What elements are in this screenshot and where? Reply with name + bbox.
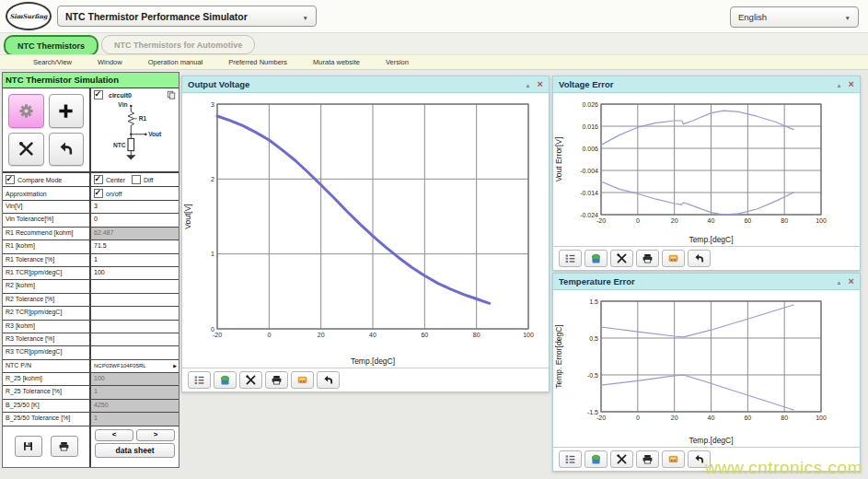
copy-icon[interactable]	[167, 90, 176, 99]
palette-button[interactable]	[662, 250, 685, 267]
param-label: Vin[V]	[3, 201, 91, 213]
param-value[interactable]: 3	[91, 201, 179, 213]
tools-button[interactable]	[610, 250, 633, 267]
palette-button[interactable]	[662, 450, 685, 468]
add-circuit-button[interactable]	[49, 94, 85, 128]
svg-text:Vout Error[V]: Vout Error[V]	[554, 137, 563, 182]
prev-button[interactable]: <	[95, 429, 133, 441]
svg-text:Temp.[degC]: Temp.[degC]	[689, 436, 733, 445]
legend-button[interactable]	[188, 371, 211, 389]
menu-item-murata-website[interactable]: Murata website	[300, 58, 373, 66]
circuit0-checkbox[interactable]	[94, 90, 103, 99]
param-label: R1 Recommend [kohm]	[3, 228, 91, 240]
param-value[interactable]	[91, 333, 179, 345]
param-value[interactable]: 100	[91, 267, 179, 279]
app-root: SimSurfing NTC Thermistor Performance Si…	[0, 0, 868, 479]
menu-item-window[interactable]: Window	[85, 58, 135, 66]
export-button[interactable]	[214, 371, 237, 389]
collapse-icon[interactable]	[836, 276, 841, 286]
menu-item-preferred-numbers[interactable]: Preferred Numbers	[215, 58, 300, 66]
tools-icon	[245, 374, 257, 386]
compare-mode-checkbox[interactable]	[6, 175, 15, 184]
expand-arrow-icon[interactable]: ▶	[173, 363, 177, 368]
param-value[interactable]	[91, 321, 179, 333]
palette-icon	[667, 252, 679, 264]
param-label: R1 [kohm]	[3, 240, 91, 252]
voltage-error-window: Voltage Error -200204060801000.0260.0160…	[552, 76, 861, 271]
language-select[interactable]: English	[730, 6, 859, 28]
next-button[interactable]: >	[136, 429, 175, 441]
collapse-icon[interactable]	[836, 79, 841, 89]
print-button[interactable]	[636, 250, 659, 267]
simulation-buttons	[3, 88, 91, 171]
svg-text:0: 0	[211, 326, 214, 333]
svg-text:0: 0	[636, 415, 640, 421]
close-icon[interactable]	[849, 276, 854, 286]
param-row: R2 [kohm]	[3, 280, 179, 293]
param-value[interactable]	[91, 294, 179, 306]
menu-item-version[interactable]: Version	[373, 58, 422, 66]
undo-button[interactable]	[49, 133, 85, 167]
param-row: B_25/50 [K]4250	[3, 400, 179, 413]
svg-text:NTC: NTC	[113, 142, 126, 148]
print-button[interactable]	[265, 371, 288, 389]
data-sheet-button[interactable]: data sheet	[95, 443, 175, 458]
circuit-panel: circuit0 Vin R1 Vout	[91, 88, 179, 171]
menu-item-search-view[interactable]: Search/View	[20, 58, 85, 66]
param-value[interactable]	[91, 346, 179, 358]
svg-text:60: 60	[744, 217, 751, 224]
print-button[interactable]	[51, 436, 78, 457]
close-icon[interactable]	[849, 79, 854, 89]
palette-icon	[667, 453, 679, 465]
output-voltage-toolbar	[182, 368, 549, 391]
legend-button[interactable]	[559, 450, 582, 468]
tab-bar: NTC Thermistors NTC Thermistors for Auto…	[0, 33, 868, 54]
undo-button[interactable]	[317, 371, 340, 389]
palette-button[interactable]	[291, 371, 314, 389]
undo-icon	[693, 453, 705, 465]
save-button[interactable]	[15, 436, 42, 457]
center-label: Center	[106, 177, 125, 183]
center-checkbox[interactable]	[94, 175, 103, 184]
tab-ntc-thermistors[interactable]: NTC Thermistors	[4, 35, 98, 56]
tools-button[interactable]	[610, 450, 633, 468]
svg-text:100: 100	[523, 332, 534, 338]
svg-text:100: 100	[816, 217, 827, 224]
circuit-diagram: Vin R1 Vout NTC	[96, 99, 175, 160]
tab-ntc-thermistors-for-automotive[interactable]: NTC Thermistors for Automotive	[101, 35, 255, 54]
svg-text:20: 20	[318, 332, 325, 338]
export-button[interactable]	[584, 450, 608, 468]
undo-icon	[57, 140, 75, 158]
legend-button[interactable]	[559, 250, 582, 267]
app-mode-select[interactable]: NTC Thermistor Performance Simulator	[57, 6, 317, 27]
svg-text:-0.024: -0.024	[580, 212, 598, 218]
param-row: R3 TCR[ppm/degC]	[3, 346, 179, 359]
svg-text:Vout: Vout	[148, 131, 162, 137]
collapse-icon[interactable]	[525, 79, 530, 89]
close-icon[interactable]	[538, 79, 543, 89]
diff-checkbox[interactable]	[132, 175, 141, 184]
settings-gear-button[interactable]	[8, 94, 44, 128]
param-value[interactable]: 0	[91, 214, 179, 226]
export-button[interactable]	[584, 250, 608, 267]
tools-icon	[616, 453, 628, 465]
svg-text:0: 0	[267, 332, 271, 338]
param-value[interactable]: 71.5	[91, 240, 179, 252]
voltage-error-toolbar	[553, 246, 860, 270]
print-button[interactable]	[636, 450, 659, 468]
approximation-checkbox[interactable]	[94, 189, 103, 198]
undo-button[interactable]	[688, 250, 711, 267]
tools-icon	[17, 140, 35, 158]
param-value[interactable]: NCP03WF104F05RL▶	[91, 360, 179, 372]
param-value[interactable]: 1	[91, 254, 179, 266]
tools-button[interactable]	[8, 133, 44, 167]
svg-text:100: 100	[816, 415, 827, 421]
param-value[interactable]	[91, 307, 179, 319]
compare-mode-label: Compare Mode	[17, 177, 62, 183]
menu-item-operation-manual[interactable]: Operation manual	[135, 58, 216, 66]
simulation-panel-top: circuit0 Vin R1 Vout	[3, 88, 179, 173]
svg-text:Temp.[degC]: Temp.[degC]	[351, 356, 395, 366]
tools-button[interactable]	[239, 371, 262, 389]
plus-icon	[57, 102, 75, 120]
param-value[interactable]	[91, 280, 179, 292]
